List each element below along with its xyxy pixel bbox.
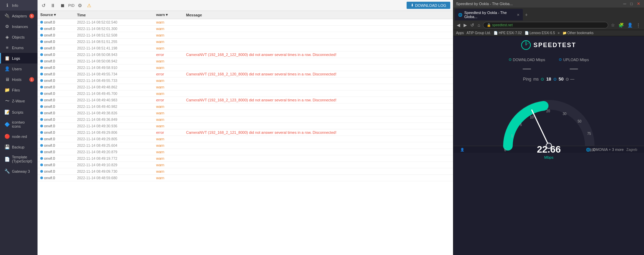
- cell-level: warn: [153, 39, 184, 45]
- sidebar-item-scripts[interactable]: 📝Scripts: [0, 107, 38, 117]
- user-icon-area[interactable]: 👤: [460, 148, 464, 152]
- sidebar-item-template[interactable]: 📄Template (TypeScript): [0, 152, 38, 166]
- log-table: Source ▾ Time warn ▾ Message onvif.0 202…: [38, 11, 453, 181]
- pid-label: PID: [68, 3, 74, 8]
- cell-time: 2022-11-14 08:49:40.982: [74, 103, 153, 110]
- table-row[interactable]: onvif.0 2022-11-14 08:48:59.680 warn: [38, 175, 453, 181]
- table-row[interactable]: onvif.0 2022-11-14 08:49:55.734 error Ca…: [38, 71, 453, 77]
- refresh-button[interactable]: ↺: [40, 2, 47, 9]
- cell-source: onvif.0: [38, 58, 74, 65]
- cell-time: 2022-11-14 08:50:08.942: [74, 58, 153, 65]
- sidebar-item-adapters[interactable]: 🔌Adapters5: [0, 11, 38, 21]
- menu-button[interactable]: ⋮: [635, 22, 641, 28]
- cell-level: warn: [153, 110, 184, 116]
- bookmark-hpe[interactable]: 📄 HPE ESXi 7.02: [494, 31, 522, 35]
- table-row[interactable]: onvif.0 2022-11-14 08:49:10.829 warn: [38, 162, 453, 168]
- sidebar-item-enums[interactable]: ≡Enums: [0, 42, 38, 53]
- speedtest-tab[interactable]: 🌐 Speedtest by Ookla - The Globa... ✕: [455, 9, 523, 20]
- table-row[interactable]: onvif.0 2022-11-14 08:49:38.826 warn: [38, 110, 453, 116]
- maximize-button[interactable]: □: [629, 1, 634, 6]
- sidebar-item-zwave[interactable]: 〜Z-Wave: [0, 95, 38, 107]
- table-row[interactable]: onvif.0 2022-11-14 08:49:36.849 warn: [38, 116, 453, 123]
- close-button[interactable]: ✕: [636, 1, 641, 6]
- sidebar-item-files[interactable]: 📁Files: [0, 85, 38, 95]
- col-source[interactable]: Source ▾: [38, 11, 74, 19]
- table-row[interactable]: onvif.0 2022-11-14 08:51:51.255 warn: [38, 39, 453, 45]
- bookmark-lenovo[interactable]: 📄 Lenovo ESXi 6.5: [525, 31, 555, 35]
- svg-text:22.66: 22.66: [537, 144, 560, 155]
- table-row[interactable]: onvif.0 2022-11-14 08:49:40.983 error Ca…: [38, 97, 453, 103]
- table-row[interactable]: onvif.0 2022-11-14 08:49:20.879 warn: [38, 149, 453, 155]
- cell-source: onvif.0: [38, 97, 74, 103]
- table-row[interactable]: onvif.0 2022-11-14 08:49:55.733 warn: [38, 77, 453, 84]
- col-level[interactable]: warn ▾: [153, 11, 184, 19]
- speedtest-logo-text: SPEEDTEST: [533, 42, 576, 49]
- ping-label: Ping: [523, 77, 531, 82]
- table-row[interactable]: onvif.0 2022-11-14 08:49:30.936 warn: [38, 123, 453, 129]
- home-button[interactable]: ⌂: [477, 22, 481, 28]
- col-time[interactable]: Time: [74, 11, 153, 19]
- cell-message: CameraNVT (192_168_2_121_8000) did not a…: [184, 129, 453, 136]
- back-button[interactable]: ◀: [456, 22, 461, 28]
- cell-time: 2022-11-14 08:49:55.733: [74, 77, 153, 84]
- table-row[interactable]: onvif.0 2022-11-14 08:49:19.772 warn: [38, 155, 453, 162]
- table-row[interactable]: onvif.0 2022-11-14 08:49:29.806 error Ca…: [38, 129, 453, 136]
- sidebar-item-instances[interactable]: ⚙Instances: [0, 21, 38, 32]
- table-row[interactable]: onvif.0 2022-11-14 08:50:08.943 error Ca…: [38, 52, 453, 58]
- table-row[interactable]: onvif.0 2022-11-14 08:51:41.198 warn: [38, 45, 453, 52]
- sidebar-item-logs[interactable]: 📋Logs: [0, 53, 38, 63]
- sidebar-item-info[interactable]: ℹInfo: [0, 0, 38, 11]
- sidebar-item-icontwo[interactable]: 🔷icontwo icons: [0, 117, 38, 131]
- zwave-icon: 〜: [4, 98, 10, 104]
- reload-button[interactable]: ↺: [470, 22, 475, 28]
- stop-button[interactable]: ⏹: [59, 2, 66, 9]
- extensions-button[interactable]: 🧩: [618, 22, 625, 28]
- table-row[interactable]: onvif.0 2022-11-14 08:49:40.982 warn: [38, 103, 453, 110]
- sidebar-item-gateway3[interactable]: 🔧Gateway 3: [0, 166, 38, 176]
- sidebar-item-users[interactable]: 👤Users: [0, 63, 38, 74]
- cell-message: [184, 162, 453, 168]
- browser-controls: ─ □ ✕: [622, 1, 641, 6]
- cell-level: warn: [153, 90, 184, 97]
- table-row[interactable]: onvif.0 2022-11-14 08:50:08.942 warn: [38, 58, 453, 65]
- cell-source: onvif.0: [38, 39, 74, 45]
- sidebar-item-objects[interactable]: ◈Objects: [0, 32, 38, 42]
- tab-close-button[interactable]: ✕: [517, 13, 519, 17]
- sidebar-item-nodered[interactable]: 🔴node-red: [0, 131, 38, 142]
- profile-button[interactable]: 👤: [627, 22, 633, 28]
- badge-adapters: 5: [29, 14, 34, 18]
- bookmark-atip[interactable]: ATIP Group Ltd.: [467, 31, 491, 35]
- minimize-button[interactable]: ─: [622, 1, 627, 6]
- forward-button[interactable]: ▶: [463, 22, 468, 28]
- adapters-icon: 🔌: [4, 13, 10, 18]
- cell-time: 2022-11-14 08:49:10.829: [74, 162, 153, 168]
- table-row[interactable]: onvif.0 2022-11-14 08:49:25.604 warn: [38, 142, 453, 149]
- log-table-container[interactable]: Source ▾ Time warn ▾ Message onvif.0 202…: [38, 11, 453, 255]
- sidebar-item-hosts[interactable]: 🖥Hosts1: [0, 74, 38, 85]
- pause-button[interactable]: ⏸: [49, 2, 57, 9]
- upload-icon: ⊙: [559, 57, 562, 62]
- table-row[interactable]: onvif.0 2022-11-14 08:49:58.910 warn: [38, 65, 453, 71]
- warn-button[interactable]: ⚠: [86, 2, 93, 9]
- table-row[interactable]: onvif.0 2022-11-14 08:52:02.540 warn: [38, 19, 453, 26]
- bookmark-star[interactable]: ☆: [610, 22, 616, 28]
- cell-time: 2022-11-14 08:49:58.910: [74, 65, 153, 71]
- users-icon: 👤: [4, 66, 10, 71]
- bookmark-other[interactable]: 📁 Other bookmarks: [562, 31, 594, 35]
- table-row[interactable]: onvif.0 2022-11-14 08:51:52.508 warn: [38, 32, 453, 39]
- table-row[interactable]: onvif.0 2022-11-14 08:49:45.700 warn: [38, 90, 453, 97]
- main-panel: ↺ ⏸ ⏹ PID ⚙ ⚠ ⬇ DOWNLOAD LOG Source ▾ Ti…: [38, 0, 453, 255]
- new-tab-button[interactable]: +: [524, 12, 529, 17]
- table-row[interactable]: onvif.0 2022-11-14 08:49:09.730 warn: [38, 168, 453, 175]
- url-bar[interactable]: 🔒 speedtest.net: [483, 22, 608, 28]
- source-dot: [40, 99, 43, 101]
- sidebar-item-backup[interactable]: 💾Backup: [0, 142, 38, 152]
- download-log-button[interactable]: ⬇ DOWNLOAD LOG: [407, 2, 450, 9]
- filter-button[interactable]: ⚙: [76, 2, 84, 9]
- table-row[interactable]: onvif.0 2022-11-14 08:49:29.805 warn: [38, 136, 453, 142]
- bookmark-more[interactable]: »: [558, 31, 560, 35]
- bookmark-apps[interactable]: Apps: [456, 31, 464, 35]
- table-row[interactable]: onvif.0 2022-11-14 08:49:48.862 warn: [38, 84, 453, 90]
- table-row[interactable]: onvif.0 2022-11-14 08:52:01.300 warn: [38, 26, 453, 32]
- cell-message: [184, 155, 453, 162]
